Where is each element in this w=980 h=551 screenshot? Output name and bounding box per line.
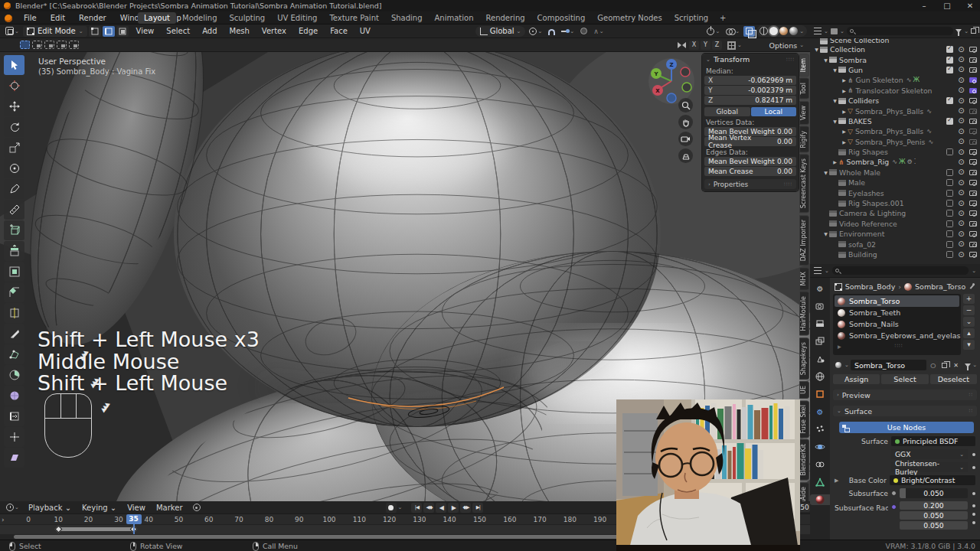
expand-arrow[interactable]: ▶ bbox=[841, 129, 848, 134]
hide-eye-icon[interactable]: ⊙ bbox=[958, 77, 964, 84]
tool-scale[interactable] bbox=[4, 138, 24, 158]
overlays-dropdown[interactable]: ⌄ bbox=[724, 28, 742, 34]
global-space-button[interactable]: Global bbox=[704, 107, 750, 116]
render-camera-icon[interactable] bbox=[969, 77, 977, 83]
playhead-line[interactable] bbox=[133, 524, 135, 534]
median-y-field[interactable]: Y-0.002379 m bbox=[704, 86, 796, 95]
hide-eye-icon[interactable]: ⊙ bbox=[958, 86, 964, 94]
outliner-item-label[interactable]: Scene Collection bbox=[830, 38, 889, 44]
snap-toggle[interactable] bbox=[546, 28, 557, 35]
subsurface-method-dropdown[interactable]: Christensen-Burley⌄ bbox=[891, 462, 968, 472]
options-dropdown[interactable]: Options⌄ bbox=[769, 40, 804, 51]
expand-arrow[interactable]: ▶ bbox=[841, 77, 848, 83]
render-camera-icon[interactable] bbox=[969, 159, 977, 165]
distribution-dropdown[interactable]: GGX⌄ bbox=[891, 449, 968, 459]
render-camera-icon[interactable] bbox=[969, 210, 977, 216]
outliner-item-label[interactable]: Camera & Lighting bbox=[839, 209, 906, 217]
mode-dropdown[interactable]: Edit Mode ⌄ bbox=[23, 26, 87, 37]
constraints-properties-tab[interactable] bbox=[810, 459, 830, 470]
use-nodes-button[interactable]: Use Nodes bbox=[839, 422, 974, 433]
filter-funnel-icon[interactable] bbox=[956, 29, 962, 33]
sidebar-tab-daz-importer[interactable]: DAZ Importer bbox=[799, 215, 809, 266]
tool-add-cube[interactable] bbox=[4, 220, 24, 240]
workspace-tab-layout[interactable]: Layout bbox=[138, 12, 176, 24]
expand-arrow[interactable]: ▼ bbox=[831, 67, 838, 73]
object-properties-tab[interactable] bbox=[810, 389, 830, 399]
render-camera-icon[interactable] bbox=[969, 98, 977, 103]
subsurface-slider[interactable]: 0.050 bbox=[900, 488, 968, 498]
prev-keyframe-button[interactable]: ◀◆ bbox=[423, 503, 434, 513]
sidebar-tab-view[interactable]: View bbox=[799, 101, 809, 125]
hide-eye-icon[interactable]: ⊙ bbox=[958, 240, 964, 248]
animate-dot[interactable] bbox=[972, 492, 975, 495]
exclude-checkbox[interactable] bbox=[946, 230, 953, 237]
tool-smooth[interactable] bbox=[4, 386, 24, 406]
workspace-tab-modeling[interactable]: Modeling bbox=[176, 12, 224, 24]
outliner-display-mode-icon[interactable] bbox=[814, 28, 822, 34]
sidebar-tab-mhx[interactable]: MHX bbox=[799, 267, 809, 290]
expand-arrow[interactable]: ▶ bbox=[841, 139, 848, 145]
pivot-dropdown[interactable]: ⌄ bbox=[527, 28, 544, 35]
select-subtract-button[interactable] bbox=[44, 41, 54, 49]
tool-shrink-fatten[interactable] bbox=[4, 427, 24, 447]
outliner-row-sombra-rig[interactable]: ▶⋔Sombra_Rig∿Ж⚙⁚⊙ bbox=[810, 157, 980, 167]
tool-edge-slide[interactable] bbox=[4, 406, 24, 426]
median-z-field[interactable]: Z0.82417 m bbox=[704, 96, 796, 105]
render-camera-icon[interactable] bbox=[969, 139, 977, 145]
mirror-x-toggle[interactable]: X bbox=[689, 41, 699, 50]
render-properties-tab[interactable] bbox=[810, 301, 830, 311]
sidebar-tab-rigify[interactable]: Rigify bbox=[799, 126, 809, 153]
exclude-checkbox[interactable] bbox=[946, 148, 953, 155]
pan-hand-button[interactable] bbox=[678, 115, 693, 129]
material-browse-dropdown[interactable] bbox=[833, 360, 843, 370]
add-workspace-button[interactable]: + bbox=[714, 12, 731, 24]
radius-z-field[interactable]: 0.050 bbox=[900, 521, 968, 530]
viewport-menu-face[interactable]: Face bbox=[324, 24, 354, 37]
current-frame-indicator[interactable]: 35 bbox=[126, 514, 142, 524]
new-material-button[interactable] bbox=[939, 360, 949, 370]
viewport-menu-select[interactable]: Select bbox=[160, 24, 196, 37]
tool-rotate[interactable] bbox=[4, 117, 24, 137]
outliner-row-gun-skeleton[interactable]: ▶⋔Gun Skeleton∿Ж⊙ bbox=[810, 75, 980, 85]
mean-crease-field[interactable]: Mean Crease0.00 bbox=[704, 167, 796, 176]
outliner-row-rig-shapes[interactable]: Rig Shapes⊙ bbox=[810, 147, 980, 157]
outliner-item-label[interactable]: Rig Shapes bbox=[848, 148, 888, 156]
properties-editor-icon[interactable] bbox=[814, 267, 822, 274]
workspace-tab-geometry-nodes[interactable]: Geometry Nodes bbox=[591, 12, 668, 24]
expand-arrow[interactable]: ▶ bbox=[841, 109, 848, 114]
select-invert-button[interactable] bbox=[57, 41, 67, 49]
hide-eye-icon[interactable]: ⊙ bbox=[958, 56, 964, 64]
outliner-item-label[interactable]: Sombra_Phys_Balls bbox=[855, 127, 923, 135]
breadcrumb-material[interactable]: Sombra_Torso bbox=[915, 282, 965, 291]
expand-arrow[interactable]: ▶ bbox=[841, 88, 848, 93]
hide-eye-icon[interactable]: ⊙ bbox=[958, 46, 964, 54]
outliner-row-sombra-phys-penis[interactable]: ▶▽Sombra_Phys_Penis∿⊙ bbox=[810, 137, 980, 147]
playback-sync-icon[interactable] bbox=[193, 504, 201, 511]
sidebar-tab-blenderkit[interactable]: BlenderKit bbox=[799, 439, 809, 481]
material-properties-tab[interactable] bbox=[810, 494, 830, 505]
outliner-row-collection[interactable]: ▼Collection⊙ bbox=[810, 44, 980, 54]
deselect-button[interactable]: Deselect bbox=[930, 374, 977, 384]
unlink-material-button[interactable]: ✕ bbox=[951, 360, 961, 370]
add-slot-button[interactable]: + bbox=[963, 294, 975, 304]
outliner-item-label[interactable]: Gun Skeleton bbox=[856, 76, 903, 84]
outliner-item-label[interactable]: Rig Shapes.001 bbox=[848, 199, 904, 207]
exclude-checkbox[interactable] bbox=[946, 220, 953, 227]
timeline-menu-playback[interactable]: Playback ⌄ bbox=[23, 501, 77, 514]
expand-arrow[interactable]: ▼ bbox=[813, 47, 820, 52]
tool-cursor[interactable] bbox=[4, 76, 24, 96]
preview-panel-header[interactable]: ›Preview∷ bbox=[833, 390, 977, 400]
hide-eye-icon[interactable]: ⊙ bbox=[958, 117, 964, 125]
expand-arrow[interactable]: ▶ bbox=[831, 159, 838, 165]
animate-dot[interactable] bbox=[972, 466, 975, 469]
workspace-tab-rendering[interactable]: Rendering bbox=[480, 12, 531, 24]
editor-type-button[interactable]: ⌄ bbox=[3, 27, 21, 35]
maximize-button[interactable]: □ bbox=[939, 1, 956, 11]
output-properties-tab[interactable] bbox=[810, 318, 830, 329]
xray-toggle[interactable] bbox=[743, 26, 755, 37]
outliner-item-label[interactable]: Gun bbox=[848, 66, 863, 74]
outliner-item-label[interactable]: Sombra_Phys_Balls bbox=[855, 107, 923, 116]
render-camera-icon[interactable] bbox=[969, 67, 977, 73]
tool-knife[interactable] bbox=[4, 324, 24, 344]
expand-arrow[interactable]: ▼ bbox=[822, 231, 829, 236]
